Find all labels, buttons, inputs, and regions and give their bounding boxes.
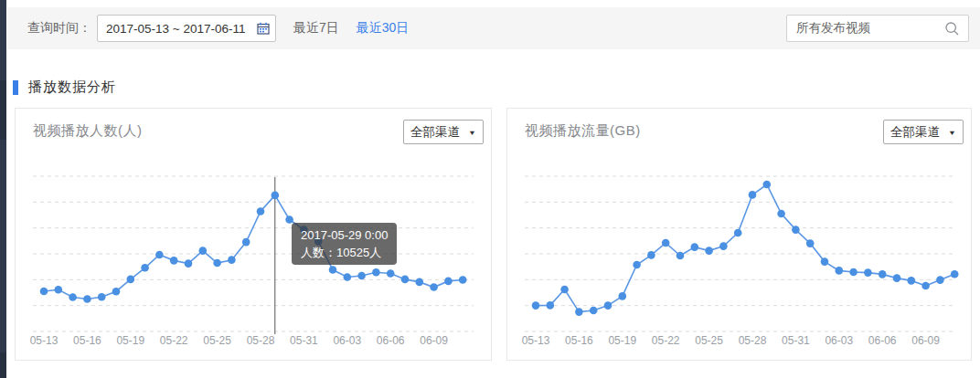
chart-title-traffic: 视频播放流量(GB) [525,120,641,140]
data-point[interactable] [40,288,48,296]
quick-range-30d-link[interactable]: 最近30日 [357,20,410,37]
data-point[interactable] [329,266,337,274]
data-point[interactable] [879,270,887,278]
x-tick-label: 05-31 [782,334,810,347]
data-point[interactable] [951,270,959,278]
data-point[interactable] [387,269,395,278]
published-video-filter-value: 所有发布视频 [796,20,870,37]
sidebar-edge-segment [0,352,6,378]
data-point[interactable] [83,295,91,303]
data-point[interactable] [213,259,221,268]
x-tick-label: 05-19 [608,334,636,347]
data-point[interactable] [836,267,844,275]
data-point[interactable] [170,257,178,265]
query-time-label: 查询时间： [27,20,91,37]
x-tick-label: 05-13 [522,334,550,347]
data-point[interactable] [357,272,366,280]
data-point[interactable] [69,293,77,301]
x-tick-label: 05-22 [160,334,188,347]
x-tick-label: 05-28 [247,334,275,347]
series-line [44,195,463,299]
date-range-input[interactable]: 2017-05-13 ~ 2017-06-11 [97,15,276,42]
x-tick-label: 05-19 [116,334,144,347]
published-video-filter[interactable]: 所有发布视频 [786,15,969,42]
chart-card-play-viewers: 视频播放人数(人) 全部渠道 ▼ 05-1305-1605-1905-2205-… [15,108,492,361]
chart-card-play-traffic: 视频播放流量(GB) 全部渠道 ▼ 05-1305-1605-1905-2205… [506,108,972,361]
x-tick-label: 06-06 [868,334,897,347]
data-point[interactable] [430,283,438,291]
data-point[interactable] [619,292,627,300]
data-point[interactable] [647,251,655,259]
data-point[interactable] [532,301,540,310]
chevron-down-icon: ▼ [468,128,476,136]
x-tick-label: 06-09 [420,334,448,347]
data-point[interactable] [662,239,670,247]
x-tick-label: 05-22 [652,334,680,347]
x-tick-label: 05-31 [290,334,318,347]
data-point[interactable] [228,256,236,264]
data-point[interactable] [604,301,612,310]
data-point[interactable] [257,207,265,215]
data-point[interactable] [127,276,135,284]
data-point[interactable] [590,307,598,315]
x-tick-label: 05-16 [565,334,593,347]
data-point[interactable] [777,210,785,218]
data-point[interactable] [749,191,757,199]
data-point[interactable] [691,243,699,251]
data-point[interactable] [55,286,63,294]
tooltip-date: 2017-05-29 0:00 [301,226,388,244]
chevron-down-icon: ▼ [948,128,956,136]
data-point[interactable] [936,276,944,284]
data-point[interactable] [734,229,742,237]
data-point[interactable] [821,257,829,266]
data-point[interactable] [676,252,685,260]
data-point[interactable] [98,293,106,301]
data-point[interactable] [344,273,352,281]
data-point[interactable] [560,286,569,294]
data-point[interactable] [719,242,728,250]
channel-select[interactable]: 全部渠道 ▼ [403,120,484,144]
data-point[interactable] [908,277,916,285]
data-point[interactable] [444,278,453,286]
x-tick-label: 05-16 [73,334,101,347]
quick-range-7d-link[interactable]: 最近7日 [293,20,339,37]
data-point[interactable] [705,247,713,255]
data-point[interactable] [112,288,121,296]
series-line [536,184,954,312]
x-tick-label: 06-03 [333,334,361,347]
data-point[interactable] [459,276,467,284]
data-point[interactable] [242,238,250,247]
chart-title-viewers: 视频播放人数(人) [33,120,143,140]
x-tick-label: 06-09 [911,334,940,347]
data-point[interactable] [185,259,193,268]
data-point[interactable] [893,274,901,282]
data-point[interactable] [272,192,280,200]
x-tick-label: 05-25 [695,334,723,347]
channel-select-value: 全部渠道 [410,124,460,141]
channel-select-value: 全部渠道 [890,124,940,141]
data-point[interactable] [285,215,293,224]
search-icon[interactable] [944,21,960,37]
data-point[interactable] [792,226,800,234]
data-point[interactable] [849,268,858,277]
data-point[interactable] [372,268,380,277]
data-point[interactable] [141,264,149,272]
data-point[interactable] [155,251,164,259]
data-point[interactable] [416,278,424,287]
data-point[interactable] [633,261,641,269]
card-header: 视频播放人数(人) 全部渠道 ▼ [16,109,491,151]
data-point[interactable] [575,308,583,316]
data-point[interactable] [547,301,555,310]
data-point[interactable] [401,276,410,284]
card-header: 视频播放流量(GB) 全部渠道 ▼ [507,109,971,151]
data-point[interactable] [806,239,815,247]
calendar-icon[interactable] [256,21,271,36]
data-point[interactable] [921,282,930,290]
data-point[interactable] [864,268,872,277]
section-accent-bar [13,80,18,95]
date-range-value: 2017-05-13 ~ 2017-06-11 [106,22,246,36]
data-point[interactable] [199,247,208,255]
channel-select[interactable]: 全部渠道 ▼ [883,120,964,144]
sidebar-edge-segment [0,80,6,140]
data-point[interactable] [763,181,772,189]
